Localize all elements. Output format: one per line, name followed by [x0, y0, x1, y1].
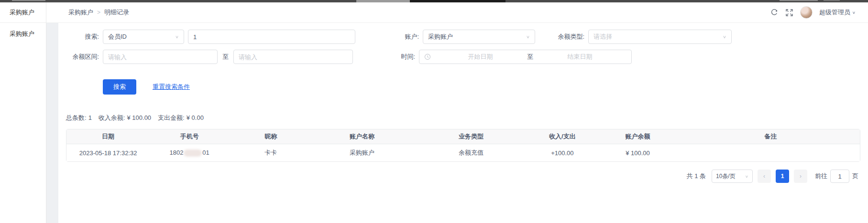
- user-menu[interactable]: 超级管理员 ∨: [819, 8, 856, 17]
- form-actions: 搜索 重置搜索条件: [103, 79, 860, 95]
- date-end-placeholder[interactable]: 结束日期: [533, 53, 626, 61]
- time-label: 时间:: [357, 53, 415, 61]
- browser-strip-text-remnant: [12, 0, 45, 1]
- goto-page-input[interactable]: [830, 170, 849, 183]
- browser-strip-text-remnant: [780, 0, 818, 1]
- cell-account-name: 采购账户: [312, 144, 411, 161]
- fullscreen-icon[interactable]: [785, 9, 793, 17]
- sidebar-subitem-label: 采购账户: [10, 30, 34, 38]
- goto-page: 前往 页: [815, 170, 858, 183]
- summary-total: 总条数:1: [66, 114, 92, 122]
- col-header-balance: 账户余额: [594, 129, 681, 144]
- account-select[interactable]: 采购账户 ∨: [423, 30, 535, 44]
- header-actions: 超级管理员 ∨: [770, 6, 856, 19]
- browser-edge-strip: [0, 0, 868, 2]
- cell-date: 2023-05-18 17:32:32: [66, 144, 150, 161]
- breadcrumb-item-purchase-account[interactable]: 采购账户: [68, 8, 93, 17]
- refresh-icon[interactable]: [770, 9, 779, 17]
- date-range-separator: 至: [527, 53, 533, 61]
- col-header-phone: 手机号: [150, 129, 229, 144]
- col-header-date: 日期: [66, 129, 150, 144]
- browser-strip-dark-segment: [410, 0, 505, 2]
- pagination: 共 1 条 10条/页 ∨ ‹ 1 › 前往 页: [66, 170, 860, 183]
- account-value: 采购账户: [428, 32, 453, 41]
- breadcrumb-item-detail-records: 明细记录: [104, 8, 129, 17]
- content-card: 搜索: 会员ID ∨ 账户: 采购账户 ∨ 余额类型:: [58, 23, 868, 223]
- reset-search-link[interactable]: 重置搜索条件: [153, 83, 190, 91]
- sidebar-item-purchase-account[interactable]: 采购账户: [0, 2, 46, 23]
- account-label: 账户:: [359, 32, 419, 41]
- search-form: 搜索: 会员ID ∨ 账户: 采购账户 ∨ 余额类型:: [66, 30, 860, 95]
- search-input[interactable]: [188, 30, 355, 44]
- balance-type-placeholder: 请选择: [593, 32, 612, 41]
- balance-type-select[interactable]: 请选择 ∨: [588, 30, 732, 44]
- records-table-wrap: 日期 手机号 昵称 账户名称 业务类型 收入/支出 账户余额 备注: [66, 129, 860, 162]
- phone-masked-blur: [184, 149, 202, 157]
- browser-strip-text-remnant: [824, 0, 840, 1]
- col-header-biz-type: 业务类型: [412, 129, 531, 144]
- range-max-input[interactable]: [233, 50, 353, 64]
- records-table: 日期 手机号 昵称 账户名称 业务类型 收入/支出 账户余额 备注: [66, 129, 860, 162]
- clock-icon: [424, 53, 431, 60]
- breadcrumb-separator-icon: >: [97, 9, 100, 16]
- header-bar: 采购账户 > 明细记录 超级管理员 ∨: [46, 2, 868, 23]
- chevron-down-icon: ∨: [852, 11, 856, 15]
- search-button[interactable]: 搜索: [103, 79, 136, 95]
- chevron-left-icon: ‹: [763, 173, 765, 180]
- pagination-total: 共 1 条: [687, 172, 706, 181]
- summary-income: 收入余额:¥ 100.00: [99, 114, 151, 122]
- search-type-select[interactable]: 会员ID ∨: [103, 30, 184, 44]
- table-header-row: 日期 手机号 昵称 账户名称 业务类型 收入/支出 账户余额 备注: [66, 129, 860, 144]
- cell-balance: ¥ 100.00: [594, 144, 681, 161]
- date-range-picker[interactable]: 开始日期 至 结束日期: [419, 50, 632, 64]
- cell-remark: [681, 144, 860, 161]
- sidebar: 采购账户 采购账户: [0, 2, 46, 223]
- cell-biz-type: 余额充值: [412, 144, 531, 161]
- range-separator: 至: [221, 53, 230, 61]
- col-header-remark: 备注: [681, 129, 860, 144]
- phone-prefix: 1802: [169, 149, 183, 156]
- browser-tab-remnant: [356, 0, 410, 2]
- content-gutter: [46, 23, 58, 223]
- chevron-down-icon: ∨: [745, 174, 748, 178]
- search-label: 搜索:: [68, 32, 99, 41]
- balance-range-label: 余额区间:: [68, 53, 99, 61]
- col-header-account-name: 账户名称: [312, 129, 411, 144]
- cell-amount: +100.00: [530, 144, 594, 161]
- cell-phone: 180201: [150, 144, 229, 161]
- form-row-1: 搜索: 会员ID ∨ 账户: 采购账户 ∨ 余额类型:: [68, 30, 860, 44]
- search-type-value: 会员ID: [108, 32, 127, 41]
- prev-page-button[interactable]: ‹: [758, 170, 771, 183]
- next-page-button[interactable]: ›: [794, 170, 807, 183]
- cell-nickname: 卡卡: [229, 144, 312, 161]
- date-start-placeholder[interactable]: 开始日期: [434, 53, 527, 61]
- page-number-button[interactable]: 1: [776, 170, 789, 183]
- summary-expense: 支出金额:¥ 0.00: [158, 114, 204, 122]
- col-header-amount: 收入/支出: [530, 129, 594, 144]
- chevron-right-icon: ›: [800, 173, 802, 180]
- summary-bar: 总条数:1 收入余额:¥ 100.00 支出金额:¥ 0.00: [66, 114, 860, 122]
- sidebar-subitem-purchase-account[interactable]: 采购账户: [0, 23, 46, 45]
- chevron-down-icon: ∨: [526, 34, 530, 39]
- phone-suffix: 01: [202, 149, 209, 156]
- breadcrumb: 采购账户 > 明细记录: [68, 8, 129, 17]
- main-content: 搜索: 会员ID ∨ 账户: 采购账户 ∨ 余额类型:: [46, 23, 868, 223]
- col-header-nickname: 昵称: [229, 129, 312, 144]
- page-unit-label: 页: [852, 172, 858, 181]
- page-size-value: 10条/页: [716, 172, 736, 181]
- page: 采购账户 采购账户 采购账户 > 明细记录: [0, 0, 868, 223]
- table-row: 2023-05-18 17:32:32 180201 卡卡 采购账户 余额充值 …: [66, 144, 860, 161]
- sidebar-item-label: 采购账户: [10, 8, 34, 17]
- page-size-select[interactable]: 10条/页 ∨: [712, 170, 753, 183]
- goto-label: 前往: [815, 172, 827, 181]
- chevron-down-icon: ∨: [723, 34, 726, 39]
- balance-type-label: 余额类型:: [539, 32, 584, 41]
- user-name-label: 超级管理员: [819, 8, 850, 17]
- user-avatar[interactable]: [800, 6, 813, 19]
- form-row-2: 余额区间: 至 时间: 开始日期 至 结束日期: [68, 50, 860, 64]
- range-min-input[interactable]: [103, 50, 218, 64]
- chevron-down-icon: ∨: [175, 34, 179, 39]
